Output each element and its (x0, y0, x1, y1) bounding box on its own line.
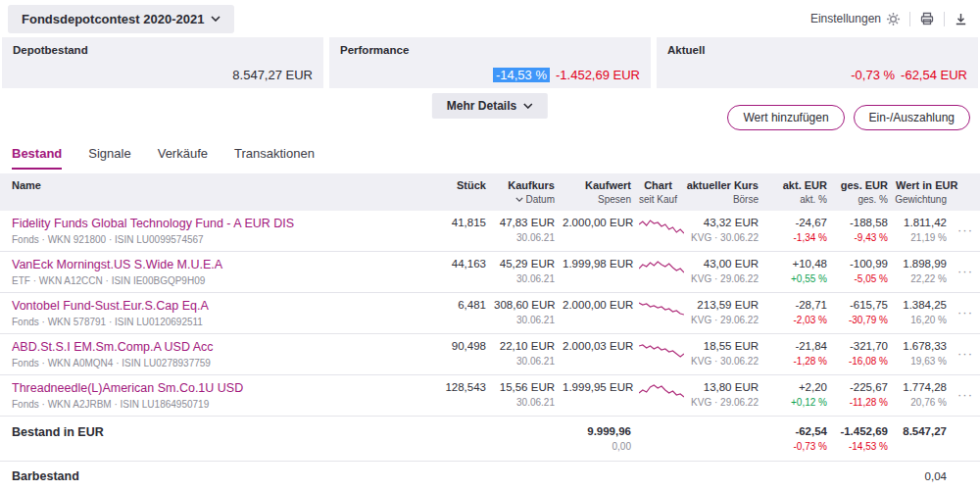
col-header-wert[interactable]: Wert in EURGewichtung (892, 173, 951, 211)
boerse-info: KVG · 29.06.22 (685, 397, 759, 408)
card-depotbestand-label: Depotbestand (13, 44, 313, 56)
col-header-stueck[interactable]: Stück (431, 173, 490, 211)
akt-pct-sum: -0,73 % (766, 441, 827, 452)
akt-eur-sum: -62,54 (766, 425, 827, 438)
card-performance-label: Performance (340, 44, 640, 56)
card-depotbestand-value: 8.547,27 EUR (232, 68, 313, 82)
col-header-ges-eur[interactable]: ges. EURges. % (831, 173, 892, 211)
wert-sum: 8.547,27 (896, 425, 947, 438)
spesen-sum: 0,00 (563, 441, 631, 452)
action-buttons: Wert hinzufügen Ein-/Auszahlung (727, 105, 970, 130)
wert-hinzufuegen-button[interactable]: Wert hinzufügen (727, 105, 844, 130)
depot-selector[interactable]: Fondsdepotcontest 2020-2021 (8, 5, 234, 33)
fund-name-link[interactable]: Fidelity Funds Global Technology Fund - … (12, 217, 427, 230)
row-menu-button[interactable]: ··· (951, 334, 980, 375)
top-bar: Fondsdepotcontest 2020-2021 Einstellunge… (0, 0, 980, 37)
performance-eur: -1.452,69 EUR (556, 68, 640, 82)
tab-bar: Bestand Signale Verkäufe Transaktionen (0, 134, 980, 170)
col-header-kaufkurs[interactable]: Kaufkurs Datum (490, 173, 559, 211)
row-menu-button[interactable]: ··· (951, 293, 980, 334)
card-aktuell: Aktuell -0,73 %-62,54 EUR (657, 37, 978, 88)
card-aktuell-label: Aktuell (667, 44, 967, 56)
tab-bestand[interactable]: Bestand (12, 146, 62, 170)
col-header-chart: Chartseit Kauf (635, 173, 681, 211)
kaufwert-value: 2.000,00 EUR (563, 299, 631, 312)
akt-eur-value: +2,20 (766, 381, 827, 394)
kaufwert-value: 1.999,95 EUR (563, 381, 631, 394)
wert-value: 1.811,42 (896, 217, 947, 229)
table-row[interactable]: VanEck Morningst.US S.Wide M.U.E.A ETF ·… (0, 252, 980, 293)
akt-pct-value: +0,12 % (766, 397, 827, 408)
sparkline-chart (639, 258, 684, 277)
kauf-datum: 30.06.21 (494, 397, 555, 408)
barbestand-label: Barbestand (12, 469, 79, 483)
table-row[interactable]: Fidelity Funds Global Technology Fund - … (0, 211, 980, 252)
sort-descending-icon (515, 197, 523, 202)
kaufwert-value: 2.000,03 EUR (563, 340, 631, 353)
wert-value: 1.384,25 (896, 299, 947, 312)
fund-meta: Fonds · WKN A0MQN4 · ISIN LU0278937759 (12, 358, 427, 368)
fund-name-link[interactable]: VanEck Morningst.US S.Wide M.U.E.A (12, 258, 427, 271)
tab-signale[interactable]: Signale (88, 146, 130, 170)
summary-cards: Depotbestand 8.547,27 EUR Performance -1… (0, 37, 980, 88)
tab-transaktionen[interactable]: Transaktionen (234, 146, 315, 170)
boerse-info: KVG · 30.06.22 (685, 356, 759, 367)
row-menu-button[interactable]: ··· (951, 252, 980, 293)
fund-name-link[interactable]: ABD.St.S.I EM.Sm.Comp.A USD Acc (12, 340, 427, 354)
kaufwert-value: 2.000,00 EUR (563, 217, 631, 229)
akt-eur-value: -24,67 (766, 217, 827, 229)
tab-verkaeufe[interactable]: Verkäufe (158, 146, 208, 170)
kaufkurs-value: 308,60 EUR (494, 299, 555, 312)
ein-auszahlung-button[interactable]: Ein-/Auszahlung (854, 105, 970, 130)
card-depotbestand: Depotbestand 8.547,27 EUR (2, 37, 323, 88)
ges-pct-value: -5,05 % (835, 273, 888, 284)
settings-label: Einstellungen (810, 12, 881, 25)
stueck-value: 90,498 (435, 340, 486, 353)
gewichtung-value: 22,22 % (896, 273, 947, 284)
card-aktuell-value: -0,73 %-62,54 EUR (851, 68, 967, 82)
row-menu-button[interactable]: ··· (951, 375, 980, 417)
mehr-details-label: Mehr Details (447, 99, 516, 113)
fund-name-link[interactable]: Vontobel Fund-Sust.Eur.S.Cap Eq.A (12, 299, 427, 313)
kaufkurs-value: 47,83 EUR (494, 217, 555, 229)
fund-meta: Fonds · WKN 921800 · ISIN LU0099574567 (12, 234, 427, 245)
ges-pct-value: -11,28 % (835, 397, 888, 408)
table-header-row: Name Stück Kaufkurs Datum KaufwertSpesen… (0, 173, 980, 211)
card-performance: Performance -14,53 %-1.452,69 EUR (329, 37, 651, 88)
toolbar-divider (909, 12, 910, 26)
download-button[interactable] (954, 12, 968, 26)
sparkline-chart (639, 340, 684, 360)
print-button[interactable] (919, 11, 935, 26)
bestand-total-row: Bestand in EUR 9.999,96 0,00 -62,54 -0,7… (0, 417, 980, 462)
sparkline-chart (639, 217, 684, 236)
col-header-aktueller-kurs[interactable]: aktueller KursBörse (681, 173, 762, 211)
table-row[interactable]: ABD.St.S.I EM.Sm.Comp.A USD Acc Fonds · … (0, 334, 980, 375)
fund-meta: Fonds · WKN A2JRBM · ISIN LU1864950719 (12, 399, 427, 410)
table-row[interactable]: Vontobel Fund-Sust.Eur.S.Cap Eq.A Fonds … (0, 293, 980, 334)
stueck-value: 6,481 (435, 299, 486, 312)
gewichtung-value: 20,76 % (896, 397, 947, 408)
ges-eur-sum: -1.452,69 (835, 425, 888, 438)
toolbar: Einstellungen (810, 11, 968, 26)
download-icon (954, 12, 968, 26)
bestand-total-label: Bestand in EUR (12, 425, 104, 439)
ges-eur-value: -321,70 (835, 340, 888, 353)
col-header-kaufwert[interactable]: KaufwertSpesen (559, 173, 635, 211)
fund-name-link[interactable]: Threadneedle(L)American Sm.Co.1U USD (12, 381, 427, 395)
aktuell-percent: -0,73 % (851, 68, 895, 82)
ges-pct-value: -30,79 % (835, 315, 888, 325)
col-header-name[interactable]: Name (0, 173, 431, 211)
wert-value: 1.774,28 (896, 381, 947, 394)
depot-selector-label: Fondsdepotcontest 2020-2021 (22, 12, 204, 26)
chevron-down-icon (523, 103, 533, 109)
settings-button[interactable]: Einstellungen (810, 12, 901, 26)
aktueller-kurs-value: 213,59 EUR (685, 299, 759, 312)
row-menu-button[interactable]: ··· (951, 211, 980, 252)
chevron-down-icon (211, 16, 220, 22)
table-row[interactable]: Threadneedle(L)American Sm.Co.1U USD Fon… (0, 375, 980, 417)
kauf-datum: 30.06.21 (494, 356, 555, 367)
col-header-akt-eur[interactable]: akt. EURakt. % (762, 173, 831, 211)
akt-eur-value: -28,71 (766, 299, 827, 312)
gewichtung-value: 16,20 % (896, 315, 947, 325)
mehr-details-button[interactable]: Mehr Details (432, 93, 548, 119)
